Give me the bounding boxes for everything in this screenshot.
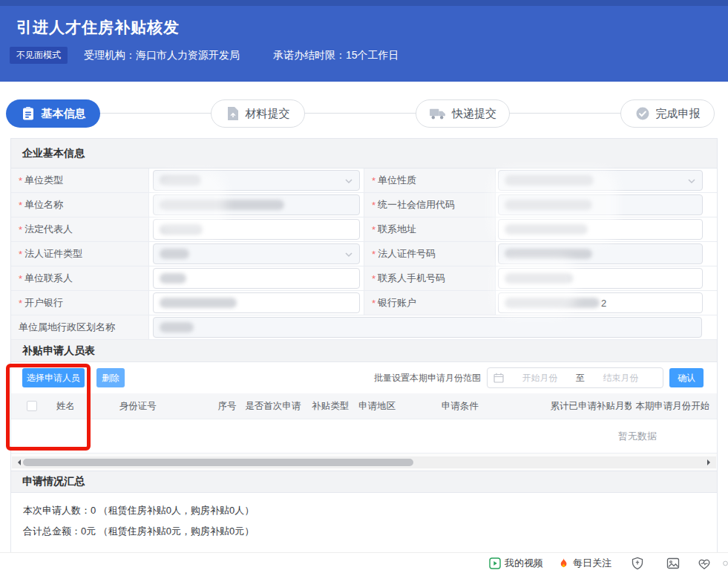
select-all-checkbox[interactable] <box>27 401 37 411</box>
scroll-left-arrow[interactable] <box>15 459 21 465</box>
mode-badge: 不见面模式 <box>10 47 68 64</box>
range-separator: 至 <box>576 372 585 384</box>
tab-basic-info[interactable]: 基本信息 <box>6 99 100 128</box>
col-current-start: 本期申请月份开始 <box>632 400 717 413</box>
legal-id-type-select <box>153 243 360 264</box>
section-title-company: 企业基本信息 <box>11 139 717 168</box>
form-row: *单位名称 *统一社会信用代码 <box>11 193 717 217</box>
unit-name-input <box>153 194 360 215</box>
accepting-agency: 受理机构：海口市人力资源开发局 <box>84 49 240 62</box>
horizontal-scrollbar[interactable] <box>11 454 717 471</box>
credit-code-input <box>498 194 703 215</box>
clipboard-icon <box>21 106 36 121</box>
batch-range-label: 批量设置本期申请月份范围 <box>374 367 481 388</box>
legal-id-number-input <box>498 243 703 264</box>
contact-address-input[interactable] <box>498 219 703 240</box>
contact-phone-label: *联系人手机号码 <box>364 266 496 291</box>
form-row: 单位属地行政区划名称 <box>11 315 717 340</box>
unit-contact-label: *单位联系人 <box>11 266 149 291</box>
play-video-icon <box>489 557 501 569</box>
admin-region-input <box>153 317 702 338</box>
shield-icon[interactable] <box>631 557 644 570</box>
tab-complete-declare[interactable]: 完成申报 <box>620 99 715 128</box>
tab-material-submit[interactable]: 材料提交 <box>211 99 305 128</box>
form-row: *开户银行 *银行账户 2 <box>11 291 717 315</box>
applicants-table-header: 姓名 身份证号 序号 是否首次申请 补贴类型 申请地区 申请条件 累计已申请补贴… <box>11 393 717 419</box>
form-row: *法定代表人 *联系地址 <box>11 217 717 242</box>
form-row: *法人证件类型 *法人证件号码 <box>11 242 717 266</box>
legal-rep-input[interactable] <box>153 219 360 240</box>
legal-id-type-label: *法人证件类型 <box>11 242 149 266</box>
section-title-applicants: 补贴申请人员表 <box>11 340 717 362</box>
page-header: 引进人才住房补贴核发 不见面模式 受理机构：海口市人力资源开发局 承诺办结时限：… <box>0 0 728 82</box>
unit-name-label: *单位名称 <box>11 193 149 217</box>
heart-pulse-icon[interactable] <box>698 557 711 570</box>
picture-icon[interactable] <box>666 557 680 570</box>
confirm-button[interactable]: 确认 <box>669 368 704 387</box>
unit-type-label: *单位类型 <box>11 168 149 193</box>
summary-count-line: 本次申请人数：0 （租赁住房补贴0人，购房补贴0人） <box>23 500 705 521</box>
upload-file-icon <box>226 106 240 121</box>
check-circle-icon <box>635 106 650 121</box>
scroll-right-arrow[interactable] <box>707 459 713 465</box>
bank-account-label: *银行账户 <box>364 291 496 315</box>
daily-follow-button[interactable]: 每日关注 <box>558 557 611 570</box>
calendar-icon <box>493 373 504 383</box>
select-applicants-button[interactable]: 选择申请人员 <box>22 368 85 387</box>
step-connector <box>59 113 683 114</box>
col-name: 姓名 <box>53 400 116 413</box>
form-row: *单位类型 *单位性质 <box>11 168 717 193</box>
summary-amount-line: 合计总金额：0元 （租赁住房补贴0元，购房补贴0元） <box>23 521 705 542</box>
legal-id-number-label: *法人证件号码 <box>364 242 496 266</box>
unit-type-select <box>153 170 360 191</box>
summary-body: 本次申请人数：0 （租赁住房补贴0人，购房补贴0人） 合计总金额：0元 （租赁住… <box>11 493 717 552</box>
batch-month-range: 批量设置本期申请月份范围 开始月份 至 结束月份 确认 <box>374 367 704 388</box>
empty-data-text: 暂无数据 <box>618 430 657 443</box>
footer-bar: 我的视频 每日关注 <box>0 552 728 573</box>
flame-icon <box>558 557 569 569</box>
col-apply-condition: 申请条件 <box>438 400 547 413</box>
page-title: 引进人才住房补贴核发 <box>16 17 180 38</box>
form-row: *单位联系人 *联系人手机号码 <box>11 266 717 291</box>
delete-button[interactable]: 删除 <box>96 368 125 387</box>
bank-account-input[interactable]: 2 <box>498 292 703 313</box>
truck-icon <box>429 107 446 120</box>
col-apply-region: 申请地区 <box>355 400 438 413</box>
col-serial: 序号 <box>214 400 241 413</box>
applicants-table-empty: 暂无数据 <box>11 419 717 454</box>
start-month-input[interactable]: 开始月份 <box>504 372 576 384</box>
end-month-input[interactable]: 结束月份 <box>585 372 657 384</box>
credit-code-label: *统一社会信用代码 <box>364 193 496 217</box>
bank-name-label: *开户银行 <box>11 291 149 315</box>
legal-rep-label: *法定代表人 <box>11 217 149 242</box>
step-nav: 基本信息 材料提交 快递提交 完成申报 <box>0 99 728 128</box>
clipped-edge-icon <box>723 557 728 569</box>
unit-nature-label: *单位性质 <box>364 168 496 193</box>
tab-express-submit[interactable]: 快递提交 <box>416 99 510 128</box>
section-title-summary: 申请情况汇总 <box>11 471 717 493</box>
col-total-months: 累计已申请补贴月数 <box>546 400 632 413</box>
contact-phone-input[interactable] <box>498 268 703 289</box>
app-window: 引进人才住房补贴核发 不见面模式 受理机构：海口市人力资源开发局 承诺办结时限：… <box>0 0 728 573</box>
contact-address-label: *联系地址 <box>364 217 496 242</box>
main-panel: 企业基本信息 *单位类型 *单位性质 *单位名称 *统一社会信用代码 *法定代表… <box>10 138 718 553</box>
applicants-toolbar: 选择申请人员 删除 批量设置本期申请月份范围 开始月份 至 结束月份 确认 <box>11 362 717 393</box>
deadline-info: 承诺办结时限：15个工作日 <box>273 49 399 62</box>
col-id-number: 身份证号 <box>116 400 214 413</box>
col-first-time: 是否首次申请 <box>241 400 308 413</box>
unit-contact-input[interactable] <box>153 268 360 289</box>
month-range-picker[interactable]: 开始月份 至 结束月份 <box>487 367 663 388</box>
admin-region-label: 单位属地行政区划名称 <box>11 315 149 340</box>
col-subsidy-type: 补贴类型 <box>308 400 355 413</box>
scrollbar-thumb[interactable] <box>23 459 413 466</box>
my-video-button[interactable]: 我的视频 <box>489 557 543 570</box>
unit-nature-select <box>498 170 703 191</box>
bank-name-input[interactable] <box>153 292 360 313</box>
